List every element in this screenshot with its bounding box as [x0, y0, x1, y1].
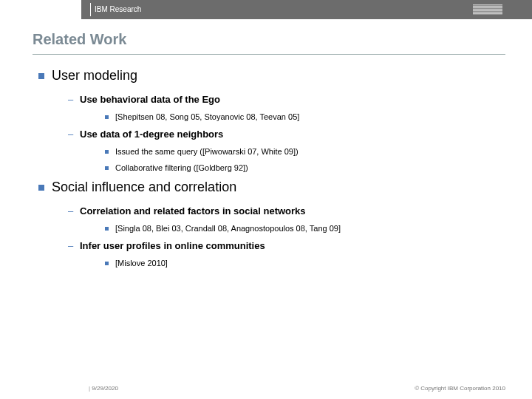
subitem-label: Use behavioral data of the Ego	[68, 94, 497, 105]
ibm-logo	[473, 4, 502, 15]
subitem-label: Infer user profiles in online communitie…	[68, 240, 497, 251]
footer-copyright: © Copyright IBM Corporation 2010	[415, 385, 505, 392]
svg-rect-2	[473, 7, 502, 8]
subitem-label: Correlation and related factors in socia…	[68, 205, 497, 216]
citation: [Shepitsen 08, Song 05, Stoyanovic 08, T…	[105, 112, 497, 121]
svg-rect-4	[473, 10, 502, 11]
citation: Collaborative filtering ([Goldberg 92])	[105, 163, 497, 172]
svg-rect-3	[473, 9, 502, 10]
section-heading: User modeling	[38, 68, 497, 83]
page-title: Related Work	[33, 31, 532, 48]
svg-rect-0	[473, 4, 502, 5]
svg-rect-5	[473, 12, 502, 13]
citation: [Singla 08, Blei 03, Crandall 08, Anagno…	[105, 224, 497, 233]
footer-date-text: 9/29/2020	[92, 385, 118, 392]
section-heading: Social influence and correlation	[38, 180, 497, 195]
subitem-label: Use data of 1-degree neighbors	[68, 129, 497, 140]
content: User modeling Use behavioral data of the…	[38, 68, 497, 267]
title-rule	[33, 54, 505, 55]
footer-date: | 9/29/2020	[89, 385, 118, 392]
header-bar: IBM Research	[81, 0, 532, 19]
title-block: Related Work	[33, 31, 532, 48]
citation: [Mislove 2010]	[105, 259, 497, 267]
svg-rect-1	[473, 6, 502, 7]
citation: Issued the same query ([Piwowarski 07, W…	[105, 147, 497, 156]
svg-rect-6	[473, 13, 502, 14]
header-org: IBM Research	[95, 5, 141, 13]
header-divider	[90, 3, 91, 16]
footer: | 9/29/2020 © Copyright IBM Corporation …	[0, 377, 532, 392]
